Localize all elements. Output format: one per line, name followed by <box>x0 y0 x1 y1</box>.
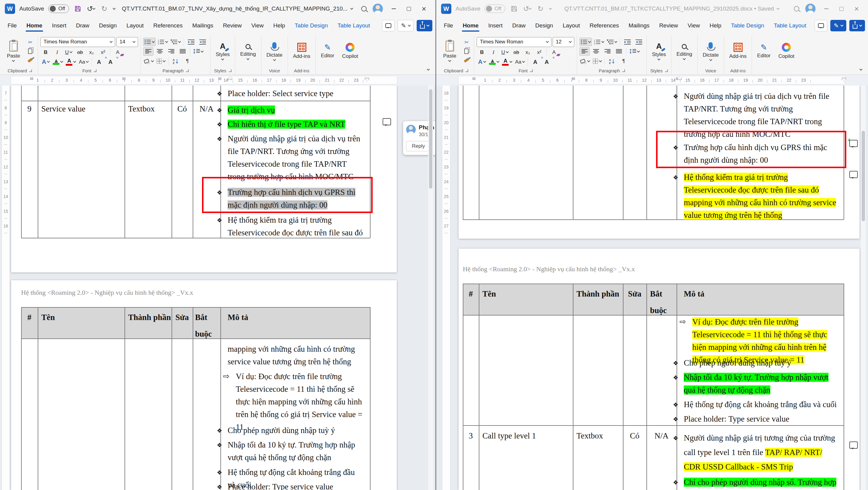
tab-help[interactable]: Help <box>269 19 290 32</box>
collapse-ribbon-button[interactable] <box>856 66 866 74</box>
increase-indent-button[interactable] <box>197 38 208 46</box>
multilevel-list-button[interactable] <box>170 38 182 46</box>
share-button[interactable] <box>849 20 865 31</box>
table-cell-component[interactable]: Textbox <box>577 431 603 440</box>
cell-text-continuation[interactable]: mapping với những cấu hình có trường ser… <box>228 342 363 368</box>
bullet-item[interactable]: Cho phép người dùng nhập tuỳ ý <box>228 424 363 437</box>
align-right-button[interactable] <box>166 47 176 56</box>
undo-button[interactable]: ↺ <box>87 4 96 13</box>
col-header-required[interactable]: Bắt buộc <box>195 309 220 342</box>
avatar[interactable] <box>373 4 383 14</box>
justify-button[interactable] <box>178 47 188 56</box>
avatar[interactable] <box>805 4 815 14</box>
save-icon[interactable] <box>73 4 82 13</box>
superscript-button[interactable]: x² <box>534 48 544 57</box>
tab-review[interactable]: Review <box>218 19 246 32</box>
shading-button[interactable] <box>143 57 154 65</box>
tab-design[interactable]: Design <box>531 19 557 32</box>
col-header-name[interactable]: Tên <box>41 309 55 326</box>
copy-button[interactable] <box>25 47 35 56</box>
tab-mailings[interactable]: Mailings <box>188 19 218 32</box>
grow-font-button[interactable]: A˄ <box>530 58 540 66</box>
subscript-button[interactable]: x₂ <box>523 48 533 57</box>
redo-button[interactable]: ↻ <box>536 4 545 13</box>
editing-button[interactable]: Editing <box>674 41 695 61</box>
comments-button[interactable] <box>382 20 395 31</box>
highlight-color-button[interactable] <box>52 58 64 66</box>
paste-button[interactable]: Paste <box>440 39 459 63</box>
borders-button[interactable] <box>156 57 166 65</box>
tab-references[interactable]: References <box>585 19 623 32</box>
tab-home[interactable]: Home <box>22 19 47 32</box>
strikethrough-button[interactable]: ab <box>511 48 521 57</box>
tab-draw[interactable]: Draw <box>508 19 530 32</box>
comments-button[interactable] <box>815 20 827 31</box>
bullet-item[interactable]: Hệ thống kiểm tra giá trị trường Teleser… <box>684 171 837 222</box>
col-header-num[interactable]: # <box>21 309 38 326</box>
underline-button[interactable]: U <box>63 48 73 57</box>
page-1[interactable]: Place holder: Select service type 9 Serv… <box>11 86 397 272</box>
collapse-ribbon-button[interactable] <box>423 66 434 74</box>
tab-mailings[interactable]: Mailings <box>624 19 654 32</box>
table-cell-required[interactable]: N/A <box>646 431 677 440</box>
grow-font-button[interactable]: A˄ <box>94 58 104 66</box>
font-color-button[interactable]: A <box>65 58 76 66</box>
close-button[interactable]: × <box>850 3 863 15</box>
cut-button[interactable]: ✂ <box>25 38 35 46</box>
tab-table-design[interactable]: Table Design <box>290 19 333 32</box>
italic-button[interactable]: I <box>52 48 62 57</box>
align-left-button[interactable] <box>580 47 590 56</box>
text-effects-button[interactable]: A <box>477 58 487 66</box>
align-center-button[interactable] <box>591 47 601 56</box>
save-icon[interactable] <box>509 4 519 13</box>
addins-button[interactable]: Add-ins <box>290 41 313 61</box>
superscript-button[interactable]: x² <box>98 48 108 57</box>
comment-reply-button[interactable]: Reply <box>406 141 431 151</box>
tab-layout[interactable]: Layout <box>558 19 584 32</box>
autosave-toggle[interactable]: Off <box>48 4 69 13</box>
table-cell-required[interactable]: N/A <box>193 104 220 113</box>
qat-customize-icon[interactable] <box>549 7 552 10</box>
col-header-desc[interactable]: Mô tả <box>228 309 248 326</box>
show-hide-pilcrow-button[interactable]: ¶ <box>182 57 192 65</box>
tab-table-design[interactable]: Table Design <box>726 19 769 32</box>
page-heading[interactable]: Hệ thống <Roaming 2.0> - Nghiệp vụ cấu h… <box>463 265 635 273</box>
maximize-button[interactable] <box>835 3 848 15</box>
font-dialog-launcher-icon[interactable] <box>94 69 96 72</box>
scrollbar-thumb[interactable] <box>862 131 865 221</box>
sort-button[interactable]: AZ <box>170 57 181 65</box>
justify-button[interactable] <box>614 47 624 56</box>
tab-file[interactable]: File <box>3 19 22 32</box>
tab-home[interactable]: Home <box>458 19 483 32</box>
tab-help[interactable]: Help <box>705 19 726 32</box>
col-header-component[interactable]: Thành phần <box>128 309 171 326</box>
page-heading[interactable]: Hệ thống <Roaming 2.0> - Nghiệp vụ cấu h… <box>21 289 193 297</box>
share-button[interactable] <box>417 20 432 31</box>
decrease-indent-button[interactable] <box>186 38 196 46</box>
close-button[interactable]: × <box>417 3 431 15</box>
title-chevron-icon[interactable] <box>777 7 780 10</box>
text-effects-button[interactable]: A <box>40 58 51 66</box>
tab-table-layout[interactable]: Table Layout <box>769 19 811 32</box>
title-chevron-icon[interactable] <box>350 7 353 10</box>
line-spacing-button[interactable] <box>629 47 640 56</box>
bullet-item[interactable]: Chỉ cho phép người dùng nhập số. Trường … <box>684 476 837 490</box>
bullet-item[interactable]: Người dùng nhập giá trị của dịch vụ trên… <box>228 132 363 183</box>
search-icon[interactable] <box>360 4 368 13</box>
table-cell-num[interactable]: 9 <box>21 104 38 113</box>
editing-button[interactable]: Editing <box>238 41 259 61</box>
line-spacing-button[interactable] <box>192 47 204 56</box>
undo-chevron-icon[interactable] <box>93 7 96 10</box>
table-cell-num[interactable]: 3 <box>463 431 479 440</box>
bullet-item[interactable]: Nhập tối đa 10 ký tự. Trường hợp nhập vư… <box>684 371 837 396</box>
dictate-button[interactable]: Dictate <box>700 40 721 62</box>
bullets-button[interactable] <box>143 38 156 46</box>
paragraph-dialog-launcher-icon[interactable] <box>186 69 189 72</box>
minimize-button[interactable] <box>387 3 400 15</box>
format-painter-button[interactable] <box>25 56 35 64</box>
font-color-button[interactable]: A <box>501 58 513 66</box>
col-header-edit[interactable]: Sửa <box>172 309 193 326</box>
borders-button[interactable] <box>592 57 602 65</box>
dictate-button[interactable]: Dictate <box>264 40 285 62</box>
show-hide-pilcrow-button[interactable]: ¶ <box>618 57 629 65</box>
